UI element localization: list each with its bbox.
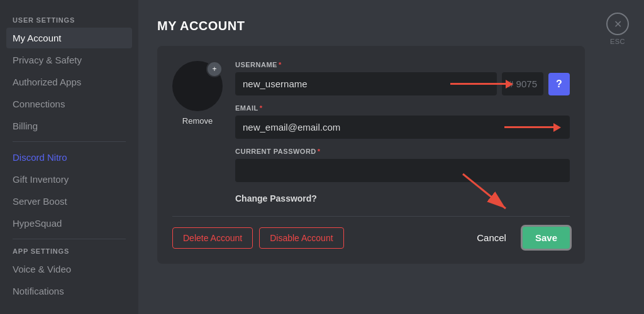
avatar-edit-button[interactable]: +: [206, 61, 223, 77]
sidebar-item-my-account[interactable]: My Account: [6, 28, 132, 48]
sidebar-item-discord-nitro[interactable]: Discord Nitro: [6, 147, 132, 168]
page-title: MY ACCOUNT: [157, 19, 625, 33]
close-icon[interactable]: ✕: [606, 13, 629, 35]
form-fields: USERNAME* # 9075 ?: [235, 61, 570, 203]
username-label: USERNAME*: [235, 61, 570, 68]
esc-label: ESC: [610, 38, 625, 45]
sidebar-divider-2: [13, 239, 126, 239]
avatar-remove-label[interactable]: Remove: [182, 116, 213, 126]
main-content: MY ACCOUNT ✕ ESC + Remove USERNAME*: [138, 0, 644, 314]
esc-button[interactable]: ✕ ESC: [606, 13, 629, 45]
password-field-group: CURRENT PASSWORD*: [235, 148, 570, 182]
avatar-container: + Remove: [172, 61, 223, 126]
discriminator: # 9075: [502, 72, 543, 95]
sidebar-item-privacy-safety[interactable]: Privacy & Safety: [6, 50, 132, 70]
help-button[interactable]: ?: [548, 73, 570, 95]
card-footer: Delete Account Disable Account Cancel Sa…: [172, 216, 570, 249]
sidebar-item-connections[interactable]: Connections: [6, 94, 132, 114]
save-button[interactable]: Save: [523, 227, 570, 249]
disable-account-button[interactable]: Disable Account: [259, 227, 343, 249]
password-label: CURRENT PASSWORD*: [235, 148, 570, 155]
footer-left: Delete Account Disable Account: [172, 227, 344, 249]
sidebar: USER SETTINGS My Account Privacy & Safet…: [0, 0, 138, 314]
account-card: + Remove USERNAME* # 9075 ?: [157, 46, 585, 264]
avatar-wrapper: +: [172, 61, 223, 111]
email-label: EMAIL*: [235, 104, 570, 112]
sidebar-item-gift-inventory[interactable]: Gift Inventory: [6, 169, 132, 190]
sidebar-item-authorized-apps[interactable]: Authorized Apps: [6, 72, 132, 92]
sidebar-item-voice-video[interactable]: Voice & Video: [6, 259, 132, 279]
cancel-button[interactable]: Cancel: [467, 227, 516, 248]
password-input[interactable]: [235, 159, 570, 182]
email-input[interactable]: [235, 116, 570, 139]
app-settings-label: APP SETTINGS: [6, 244, 132, 257]
username-field-group: USERNAME* # 9075 ?: [235, 61, 570, 95]
sidebar-divider: [13, 141, 126, 142]
sidebar-item-notifications[interactable]: Notifications: [6, 281, 132, 301]
email-field-group: EMAIL*: [235, 104, 570, 139]
sidebar-item-server-boost[interactable]: Server Boost: [6, 191, 132, 212]
sidebar-item-hypesquad[interactable]: HypeSquad: [6, 213, 132, 234]
user-settings-label: USER SETTINGS: [6, 13, 132, 26]
sidebar-item-billing[interactable]: Billing: [6, 116, 132, 136]
change-password-link[interactable]: Change Password?: [235, 193, 570, 203]
footer-right: Cancel Save: [467, 227, 570, 249]
email-input-row: [235, 116, 570, 139]
avatar-row: + Remove USERNAME* # 9075 ?: [172, 61, 570, 203]
username-input[interactable]: [235, 72, 497, 95]
delete-account-button[interactable]: Delete Account: [172, 227, 253, 249]
username-input-row: # 9075 ?: [235, 72, 570, 95]
